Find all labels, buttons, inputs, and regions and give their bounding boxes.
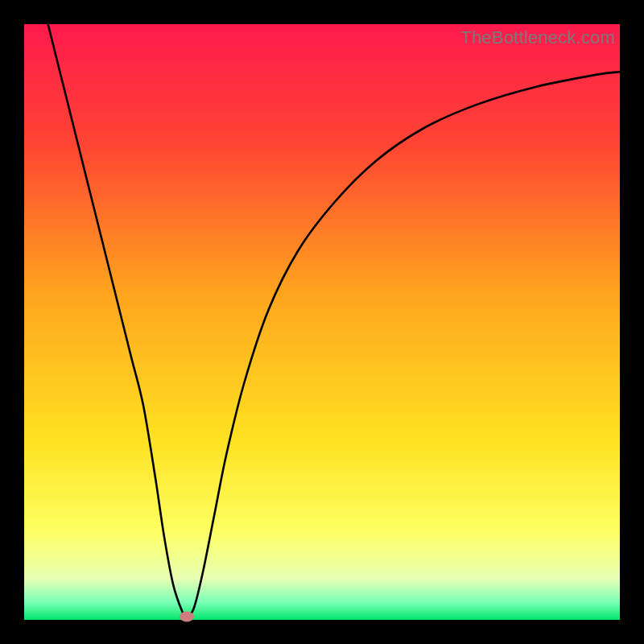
watermark-label: TheBottleneck.com: [460, 27, 615, 48]
bottleneck-curve: [24, 24, 620, 620]
chart-frame: TheBottleneck.com: [24, 24, 620, 620]
optimal-point-marker: [180, 612, 194, 622]
